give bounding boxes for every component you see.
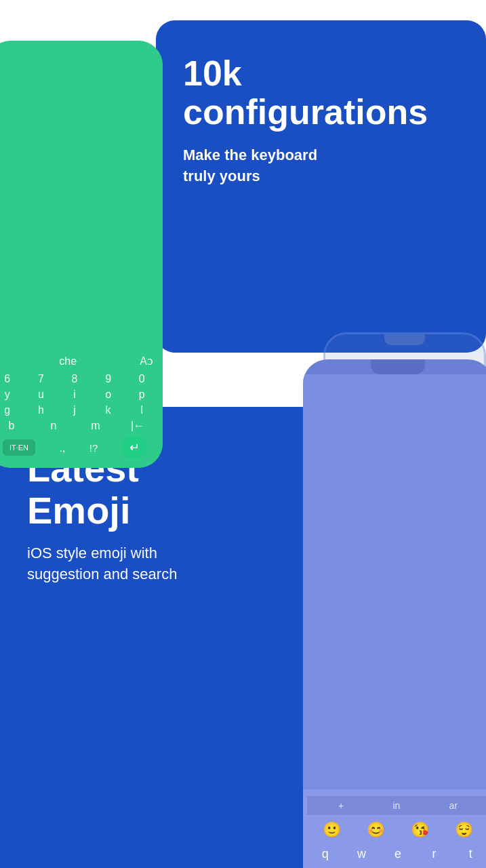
key-7: 7 [33,373,48,385]
keyboard-screen: che Aↄ 6 7 8 9 0 y u i o p [0,41,163,468]
key-k: k [101,404,116,416]
language-key: IT·EN [3,439,35,456]
key-9: 9 [101,373,116,385]
key-r: r [426,847,443,861]
keyboard-area: che Aↄ 6 7 8 9 0 y u i o p [0,347,163,468]
key-q: q [317,847,334,861]
config-title: 10k configurations [183,54,459,132]
bottom-row: IT·EN ., !? ↵ [0,435,159,460]
key-h: h [33,404,48,416]
key-j: j [67,404,82,416]
suggestion-bar: che Aↄ [0,352,159,370]
key-e: e [389,847,407,861]
suggestion-ar: ar [449,800,457,811]
page-container: 10k configurations Make the keyboardtrul… [0,0,486,868]
suggestion-word: che [0,355,140,368]
key-b: b [4,420,19,432]
key-backspace: |← [130,420,145,432]
key-y: y [0,389,15,401]
punct-key: ., [60,442,65,454]
emoji-happy: 😊 [367,821,385,839]
punct-key2: !? [89,442,98,454]
number-row: 6 7 8 9 0 [0,373,159,385]
key-o: o [101,389,116,401]
top-config-card: 10k configurations Make the keyboardtrul… [156,20,486,353]
key-i: i [67,389,82,401]
suggestion-plus: + [338,800,344,811]
qwerty-row: q w e r t [307,844,486,864]
row-ghjkl: g h j k l [0,404,159,416]
suggestion-in: in [392,800,400,811]
key-g: g [0,404,15,416]
suggestion-icon: Aↄ [140,355,153,368]
key-n: n [46,420,61,432]
emoji-subtitle: iOS style emoji withsuggestion and searc… [27,543,230,585]
row-bnm: b n m |← [0,420,159,432]
emoji-phone-notch [371,359,425,374]
key-8: 8 [67,373,82,385]
emoji-row: 🙂 😊 😘 😌 [307,816,486,844]
emoji-phone-screen: + in ar 🙂 😊 😘 😌 q w e r t [303,374,486,868]
emoji-smile: 🙂 [323,821,341,839]
enter-key: ↵ [122,435,146,460]
key-6: 6 [0,373,15,385]
key-w: w [352,847,370,861]
key-l: l [134,404,149,416]
key-0: 0 [134,373,149,385]
row-yuiop: y u i o p [0,389,159,401]
key-t: t [462,847,479,861]
key-u: u [33,389,48,401]
emoji-keyboard-area: + in ar 🙂 😊 😘 😌 q w e r t [303,789,486,868]
key-p: p [134,389,149,401]
emoji-relieved: 😌 [455,821,473,839]
config-subtitle: Make the keyboardtruly yours [183,145,459,187]
keyboard-phone-mockup: che Aↄ 6 7 8 9 0 y u i o p [0,41,163,468]
emoji-suggestion-row: + in ar [307,796,486,816]
emoji-kiss: 😘 [411,821,429,839]
emoji-phone-mockup: + in ar 🙂 😊 😘 😌 q w e r t [303,359,486,868]
phone-notch [384,334,425,345]
key-m: m [88,420,103,432]
